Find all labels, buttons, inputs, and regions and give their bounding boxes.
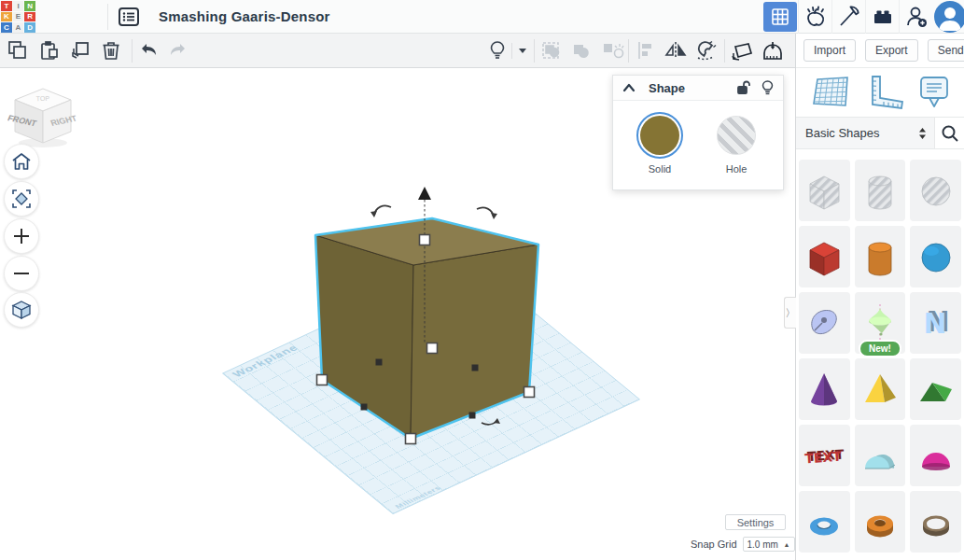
group-button[interactable] (541, 40, 562, 61)
3d-canvas[interactable]: Workplane Millimeters (0, 68, 795, 560)
lightbulb-small-icon[interactable] (761, 80, 774, 96)
half-cylinder-icon (858, 433, 902, 478)
hole-swatch[interactable] (717, 116, 756, 155)
home-view-button[interactable] (4, 144, 39, 179)
nav-3d-design-button[interactable] (763, 2, 797, 32)
shape-text-letter[interactable]: NN (910, 292, 961, 354)
nav-bricks-button[interactable] (865, 0, 899, 34)
logo-letter-k: K (1, 12, 12, 22)
nav-sim-lab-button[interactable] (798, 0, 831, 34)
snap-grid-select[interactable]: 1.0 mm ▲ (743, 537, 795, 552)
show-all-dropdown[interactable] (515, 40, 530, 61)
shape-spinner-top[interactable]: New! (855, 292, 906, 354)
workplane[interactable]: Workplane Millimeters (222, 259, 640, 514)
import-button[interactable]: Import (803, 39, 856, 62)
helper-tools (796, 73, 964, 116)
shape-half-cylinder[interactable] (855, 425, 906, 486)
workplane-grid-icon (810, 74, 853, 111)
redo-button[interactable] (168, 40, 189, 61)
category-select[interactable]: Basic Shapes (796, 118, 934, 148)
notes-helper-button[interactable] (918, 74, 950, 115)
shape-text[interactable]: TEXTTEXT (799, 425, 850, 486)
file-actions: Import Export Send To (796, 34, 964, 68)
duplicate-button[interactable] (70, 40, 91, 61)
workplane-helper-button[interactable] (810, 74, 853, 115)
panel-collapse-handle[interactable]: 〉 (784, 297, 796, 329)
shape-cylinder-hole[interactable] (855, 160, 906, 221)
flip-button[interactable] (664, 40, 684, 61)
snap-grid-value: 1.0 mm (747, 539, 778, 550)
nav-invite-button[interactable] (899, 0, 932, 34)
ruler-tool-button[interactable] (761, 40, 781, 61)
nav-minecraft-button[interactable] (831, 0, 865, 34)
paste-button[interactable] (39, 40, 60, 61)
rotate-handle-top-left[interactable] (370, 205, 391, 217)
magnet-icon (694, 40, 719, 63)
tinkercad-logo[interactable]: TINKERCAD (1, 1, 35, 33)
magnet-snap-button[interactable] (694, 40, 715, 61)
shapes-panel: 〉 Import Export Send To (795, 34, 964, 560)
export-button[interactable]: Export (865, 39, 918, 62)
snap-grid-label: Snap Grid (691, 539, 737, 550)
notes-bubble-icon (918, 74, 950, 111)
solid-swatch[interactable] (640, 116, 679, 155)
workplane-tool-button[interactable] (730, 40, 750, 61)
shape-hemisphere[interactable] (910, 425, 961, 486)
show-all-button[interactable] (487, 40, 508, 61)
ruler-helper-button[interactable] (865, 74, 906, 115)
shape-tube[interactable] (855, 491, 906, 553)
logo-letter-i: I (13, 1, 24, 11)
units-label: Millimeters (393, 484, 441, 510)
cylinder-icon (858, 234, 902, 279)
design-properties-button[interactable] (118, 7, 140, 27)
view-cube[interactable]: TOP FRONT RIGHT (7, 79, 78, 150)
rotate-handle-top-right[interactable] (477, 207, 497, 219)
shape-ring[interactable] (910, 491, 961, 553)
solid-option[interactable]: Solid (634, 112, 686, 175)
solid-swatch-ring (636, 112, 683, 159)
copy-button[interactable] (7, 40, 28, 61)
search-button[interactable] (934, 118, 964, 148)
logo-letter-r: R (24, 12, 35, 22)
shape-sphere[interactable] (910, 226, 961, 287)
profile-avatar[interactable] (932, 0, 964, 34)
settings-button[interactable]: Settings (725, 514, 786, 530)
group-merged-button[interactable] (571, 40, 592, 61)
send-to-button[interactable]: Send To (928, 39, 964, 62)
invite-person-icon (903, 4, 929, 30)
collapse-chevron-icon[interactable] (622, 83, 636, 92)
perspective-box-icon (10, 299, 33, 321)
shape-scribble[interactable] (799, 292, 850, 354)
hole-option[interactable]: Hole (710, 112, 762, 175)
shape-box[interactable] (799, 226, 850, 287)
logo-letter-d: D (24, 22, 35, 33)
document-title: Smashing Gaaris-Densor (159, 8, 330, 24)
shape-pyramid[interactable] (855, 358, 906, 420)
shape-box-hole[interactable] (799, 160, 850, 221)
zoom-out-button[interactable] (4, 256, 39, 291)
redo-icon (168, 40, 189, 61)
undo-button[interactable] (138, 40, 159, 61)
move-up-arrow[interactable] (418, 187, 431, 200)
align-button[interactable] (636, 40, 656, 61)
duplicate-icon (70, 40, 91, 61)
unlock-icon[interactable] (736, 80, 750, 95)
shape-sphere-hole[interactable] (910, 160, 961, 221)
delete-button[interactable] (101, 40, 121, 61)
cylinder-hole-icon (858, 168, 902, 213)
logo-letter-t: T (1, 1, 12, 11)
pyramid-icon (858, 367, 902, 412)
shape-cone[interactable] (799, 358, 850, 420)
tinkercad-app: TINKERCAD Smashing Gaaris-Densor (0, 0, 964, 560)
ungroup-button[interactable] (602, 40, 622, 61)
perspective-toggle-button[interactable] (4, 292, 39, 328)
zoom-in-button[interactable] (4, 218, 39, 254)
divider (107, 4, 108, 30)
box-top-face[interactable] (315, 218, 538, 265)
divider (534, 39, 535, 63)
shape-torus[interactable] (799, 491, 850, 553)
spinner-top-icon (858, 301, 902, 345)
shape-cylinder[interactable] (855, 226, 906, 287)
fit-view-button[interactable] (4, 181, 39, 217)
shape-roof[interactable] (910, 358, 961, 420)
